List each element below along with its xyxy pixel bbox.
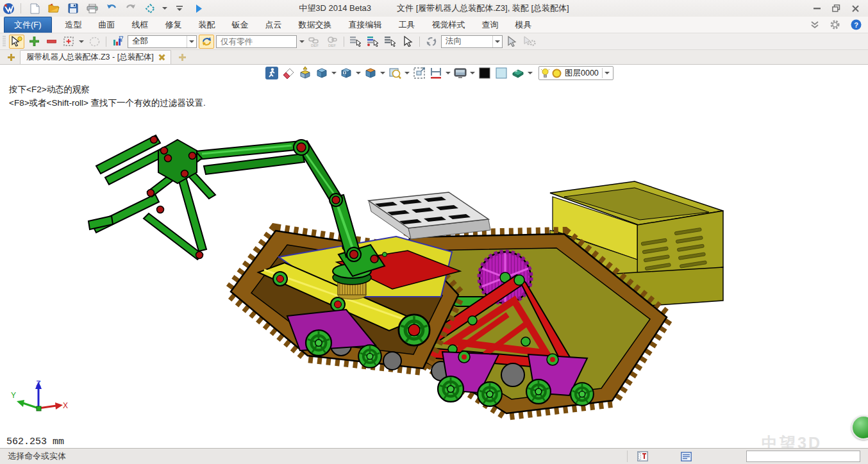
axis-triad: Z X Y — [10, 380, 72, 420]
lasso-select-icon[interactable] — [87, 35, 102, 49]
axis-x-label: X — [63, 401, 68, 410]
select-filter-button[interactable] — [9, 35, 24, 49]
toolbar-manager-icon[interactable] — [635, 449, 650, 463]
close-button[interactable] — [850, 4, 860, 13]
orientation-combobox[interactable]: 法向 — [441, 35, 503, 48]
svg-text:DEF: DEF — [328, 44, 336, 47]
status-input-box[interactable] — [746, 451, 860, 462]
status-bar: 选择命令或实体 — [0, 448, 868, 464]
axis-y-label: Y — [11, 391, 16, 400]
coordinate-readout: 562.253 mm — [6, 436, 64, 447]
document-tab-label: 履带机器人总装配体.Z3 - [总装配体] — [26, 52, 154, 63]
menu-data-exchange[interactable]: 数据交换 — [290, 17, 340, 33]
open-file-button[interactable] — [46, 1, 62, 15]
menu-tools[interactable]: 工具 — [390, 17, 424, 33]
pick-target-icon[interactable] — [505, 35, 520, 49]
orientation-value: 法向 — [446, 36, 462, 47]
menu-mold[interactable]: 模具 — [507, 17, 540, 33]
view-orient-button[interactable] — [142, 1, 158, 15]
window-select-icon[interactable] — [61, 35, 76, 49]
chain-pick-icon[interactable]: DEF — [307, 35, 322, 49]
svg-text:?: ? — [854, 21, 858, 29]
menu-pointcloud[interactable]: 点云 — [257, 17, 290, 33]
restore-button[interactable] — [831, 4, 841, 13]
axis-z-label: Z — [36, 380, 40, 388]
help-icon[interactable]: ? — [851, 19, 862, 30]
selection-scope-combobox[interactable]: 全部 — [128, 35, 197, 48]
menu-shape[interactable]: 造型 — [57, 17, 90, 33]
menu-visual-style[interactable]: 视觉样式 — [424, 17, 474, 33]
menu-sheetmetal[interactable]: 钣金 — [224, 17, 257, 33]
menu-bar: 文件(F) 造型 曲面 线框 修复 装配 钣金 点云 数据交换 直接编辑 工具 … — [0, 17, 868, 33]
divider — [21, 3, 21, 13]
menu-file[interactable]: 文件(F) — [4, 17, 52, 33]
menu-repair[interactable]: 修复 — [157, 17, 190, 33]
menu-assembly[interactable]: 装配 — [190, 17, 224, 33]
customize-quick-access-button[interactable] — [172, 1, 187, 15]
pick-options-icon[interactable] — [522, 35, 537, 49]
pick-cursor-icon[interactable] — [400, 35, 415, 49]
divider — [419, 37, 420, 47]
menu-direct-edit[interactable]: 直接编辑 — [340, 17, 390, 33]
window-select-dropdown[interactable] — [78, 35, 85, 49]
status-message: 选择命令或实体 — [8, 451, 66, 462]
divider — [106, 37, 106, 47]
add-tab-button[interactable] — [179, 54, 186, 61]
pick-list-filter-icon[interactable] — [365, 35, 381, 49]
pick-filter-dropdown[interactable] — [299, 35, 305, 49]
watermark: 中望3D — [762, 433, 822, 448]
part-gripper[interactable] — [88, 135, 215, 260]
document-tab-active[interactable]: 履带机器人总装配体.Z3 - [总装配体] — [20, 50, 171, 64]
remove-selection-icon[interactable] — [44, 35, 59, 49]
part-vent-plate[interactable] — [369, 192, 490, 239]
svg-text:DEF: DEF — [311, 44, 319, 47]
message-log-icon[interactable] — [678, 449, 694, 463]
quick-access-toolbar — [3, 1, 206, 15]
document-tab-bar: 履带机器人总装配体.Z3 - [总装配体] — [0, 50, 868, 65]
settings-gear-icon[interactable] — [830, 19, 840, 30]
reorient-icon[interactable] — [424, 35, 439, 49]
minimize-button[interactable] — [812, 4, 822, 13]
print-button[interactable] — [85, 1, 100, 15]
new-doc-tab-icon[interactable] — [8, 54, 15, 61]
menu-inquire[interactable]: 查询 — [474, 17, 507, 33]
app-title: 中望3D 2014 Beta3 — [299, 3, 371, 14]
add-selection-icon[interactable] — [26, 35, 42, 49]
pick-from-list-button[interactable] — [199, 35, 214, 49]
undo-button[interactable] — [104, 1, 119, 15]
window-controls — [812, 4, 865, 13]
loop-pick-icon[interactable]: DEF — [324, 35, 340, 49]
pick-all-list-icon[interactable] — [383, 35, 398, 49]
divider — [627, 451, 628, 462]
color-filter-icon[interactable] — [110, 35, 126, 49]
selection-toolbar: 全部 DEF DEF 法向 — [0, 33, 868, 50]
new-file-button[interactable] — [27, 1, 42, 15]
menu-wireframe[interactable]: 线框 — [124, 17, 157, 33]
toolbar-grip[interactable] — [3, 36, 6, 47]
divider — [344, 37, 344, 47]
pick-filter-input[interactable] — [216, 35, 297, 48]
document-info: 文件 [履带机器人总装配体.Z3], 装配 [总装配体] — [397, 3, 569, 14]
assembly-model[interactable] — [0, 65, 868, 448]
title-bar: 中望3D 2014 Beta3 文件 [履带机器人总装配体.Z3], 装配 [总… — [0, 0, 868, 17]
redo-button[interactable] — [123, 1, 138, 15]
menu-surface[interactable]: 曲面 — [90, 17, 124, 33]
app-logo-icon — [3, 3, 15, 15]
continue-icon[interactable] — [191, 1, 206, 15]
save-button[interactable] — [65, 1, 81, 15]
viewport-canvas[interactable]: 图层0000 按下<F2>动态的观察 <F8>或者<Shift-roll> 查找… — [0, 65, 868, 448]
collapse-ribbon-icon[interactable] — [810, 21, 819, 28]
view-orient-dropdown[interactable] — [162, 1, 168, 15]
selection-scope-value: 全部 — [132, 36, 148, 47]
tab-close-icon[interactable] — [159, 54, 165, 60]
pick-last-list-icon[interactable] — [348, 35, 363, 49]
